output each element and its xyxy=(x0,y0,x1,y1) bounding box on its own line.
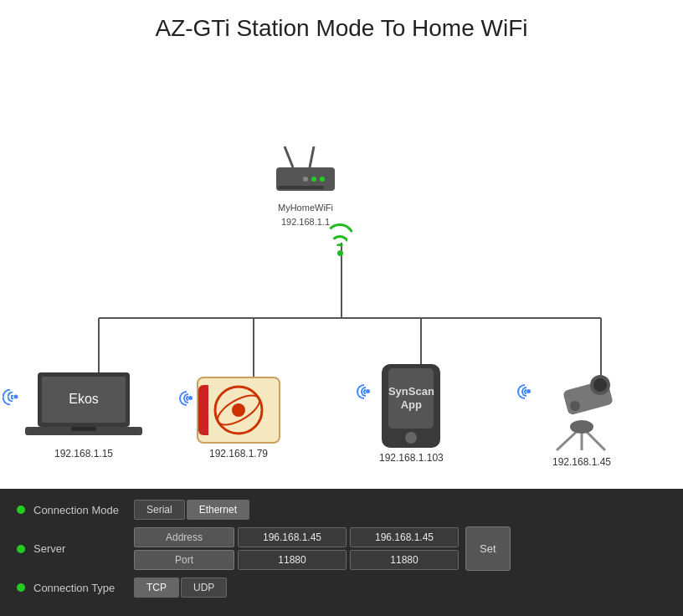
address-value2: 196.168.1.45 xyxy=(350,527,459,547)
svg-rect-12 xyxy=(278,186,324,189)
phone-home-button xyxy=(405,432,417,444)
telescope-node: 192.168.1.45 xyxy=(540,360,624,468)
address-value1: 196.168.1.45 xyxy=(238,527,347,547)
laptop-wifi xyxy=(3,389,18,406)
connection-mode-dot xyxy=(17,506,25,514)
port-label: Port xyxy=(134,550,234,570)
stellarmate-device xyxy=(197,377,280,444)
laptop-icon: Ekos xyxy=(25,368,142,444)
telescope-icon xyxy=(540,360,624,452)
port-row: Port 11880 11880 xyxy=(134,550,459,570)
router-wifi-signal xyxy=(325,226,355,256)
svg-text:Ekos: Ekos xyxy=(69,392,99,406)
router-ip: 192.168.1.1 xyxy=(281,217,330,227)
connection-type-row: Connection Type TCP UDP xyxy=(17,575,666,600)
svg-point-10 xyxy=(311,177,316,182)
port-value1: 11880 xyxy=(238,550,347,570)
connection-mode-buttons: Serial Ethernet xyxy=(134,500,249,520)
telescope-ip: 192.168.1.45 xyxy=(552,456,611,468)
stellarmate-node: 192.168.1.79 xyxy=(197,377,280,459)
synscan-wifi xyxy=(357,384,370,399)
ethernet-button[interactable]: Ethernet xyxy=(187,500,249,520)
connection-type-label: Connection Type xyxy=(33,582,134,594)
connection-type-buttons: TCP UDP xyxy=(134,578,227,598)
router-icon xyxy=(268,142,343,201)
phone-device: SynScanApp xyxy=(382,364,440,448)
svg-point-24 xyxy=(570,420,593,434)
bottom-panel: Connection Mode Serial Ethernet Server A… xyxy=(0,489,683,616)
svg-point-20 xyxy=(232,403,245,417)
connection-mode-label: Connection Mode xyxy=(33,504,134,516)
stellarmate-wifi xyxy=(179,391,193,406)
udp-button[interactable]: UDP xyxy=(181,578,227,598)
router-node: MyHomeWiFi 192.168.1.1 xyxy=(268,142,343,227)
tcp-button[interactable]: TCP xyxy=(134,578,179,598)
port-value2: 11880 xyxy=(350,550,459,570)
stellarmate-ip: 192.168.1.79 xyxy=(209,448,268,459)
synscan-ip: 192.168.1.103 xyxy=(379,452,444,464)
page-title: AZ-GTi Station Mode To Home WiFi xyxy=(0,0,683,50)
server-label: Server xyxy=(33,542,134,555)
diagram: MyHomeWiFi 192.168.1.1 Ekos xyxy=(0,50,683,519)
svg-line-7 xyxy=(310,146,314,167)
address-row: Address 196.168.1.45 196.168.1.45 xyxy=(134,527,459,547)
server-fields: Address 196.168.1.45 196.168.1.45 Port 1… xyxy=(134,527,459,570)
set-button[interactable]: Set xyxy=(465,526,511,571)
synscan-node: SynScanApp 192.168.1.103 xyxy=(379,364,444,464)
server-row: Server Address 196.168.1.45 196.168.1.45… xyxy=(17,526,666,571)
laptop-ip: 192.168.1.15 xyxy=(54,448,113,459)
connection-type-dot xyxy=(17,583,25,592)
svg-point-28 xyxy=(570,401,580,411)
router-ssid: MyHomeWiFi xyxy=(278,203,333,213)
server-dot xyxy=(17,545,25,553)
svg-point-27 xyxy=(593,378,607,392)
serial-button[interactable]: Serial xyxy=(134,500,185,520)
svg-line-6 xyxy=(285,146,293,167)
phone-screen: SynScanApp xyxy=(388,368,434,429)
svg-point-9 xyxy=(320,177,325,182)
laptop-node: Ekos 192.168.1.15 xyxy=(25,368,142,459)
telescope-wifi xyxy=(517,384,531,399)
svg-point-11 xyxy=(303,177,308,182)
stellarmate-logo xyxy=(212,383,266,438)
connection-mode-row: Connection Mode Serial Ethernet xyxy=(17,497,666,522)
address-label: Address xyxy=(134,527,234,547)
svg-rect-17 xyxy=(71,427,96,431)
